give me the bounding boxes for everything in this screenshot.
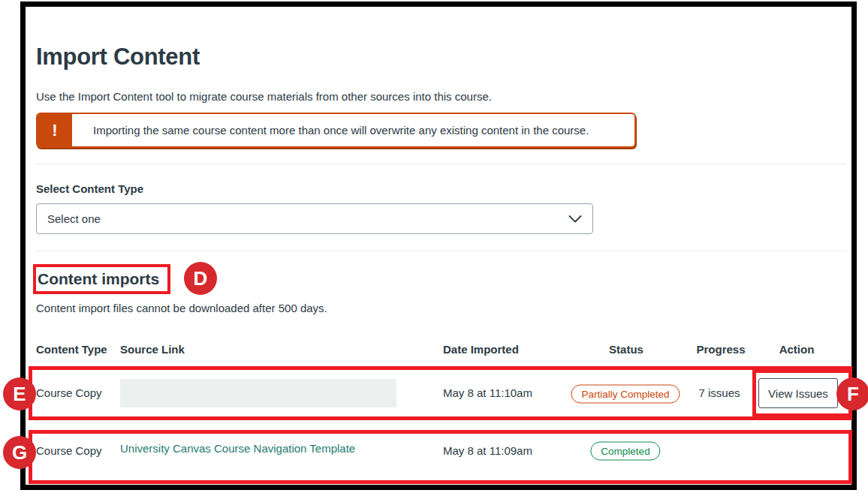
- content-imports-note: Content import files cannot be downloade…: [36, 302, 327, 314]
- warning-message: Importing the same course content more t…: [72, 114, 589, 146]
- screenshot: Import Content Use the Import Content to…: [0, 0, 868, 496]
- dropdown-selected-value: Select one: [47, 212, 101, 225]
- row2-source-link[interactable]: University Canvas Course Navigation Temp…: [120, 442, 355, 455]
- row1-date-imported: May 8 at 11:10am: [443, 386, 532, 399]
- content-imports-heading: Content imports: [36, 270, 159, 288]
- section-divider: [36, 251, 847, 251]
- chevron-down-icon: [568, 215, 582, 224]
- annotation-circle-e: E: [3, 377, 36, 410]
- column-header-action: Action: [779, 343, 815, 356]
- annotation-circle-g: G: [3, 436, 36, 469]
- row2-date-imported: May 8 at 11:09am: [443, 444, 532, 457]
- warning-icon-glyph: !: [52, 121, 57, 140]
- annotation-circle-f: F: [836, 377, 868, 410]
- section-divider: [36, 164, 847, 164]
- row2-status-badge: Completed: [590, 442, 660, 461]
- row1-status-badge: Partially Completed: [571, 385, 680, 404]
- content-type-dropdown[interactable]: Select one: [36, 203, 593, 234]
- view-issues-button[interactable]: View Issues: [758, 378, 838, 408]
- select-content-type-label: Select Content Type: [36, 182, 143, 195]
- row1-progress: 7 issues: [698, 386, 740, 399]
- column-header-source-link: Source Link: [120, 343, 185, 356]
- column-header-date-imported: Date Imported: [443, 343, 519, 356]
- page-description: Use the Import Content tool to migrate c…: [36, 90, 492, 103]
- annotation-box-d: Content imports: [33, 264, 170, 294]
- column-header-content-type: Content Type: [36, 343, 107, 356]
- row1-redacted-source-link[interactable]: [120, 379, 396, 407]
- annotation-circle-d: D: [184, 262, 217, 295]
- page-frame: [20, 2, 857, 490]
- overwrite-warning-alert: ! Importing the same course content more…: [36, 113, 636, 148]
- column-header-progress: Progress: [696, 343, 745, 356]
- page-title: Import Content: [36, 44, 200, 71]
- row2-content-type: Course Copy: [36, 444, 102, 457]
- warning-icon: !: [38, 114, 72, 146]
- row1-content-type: Course Copy: [36, 386, 102, 399]
- column-header-status: Status: [609, 343, 643, 356]
